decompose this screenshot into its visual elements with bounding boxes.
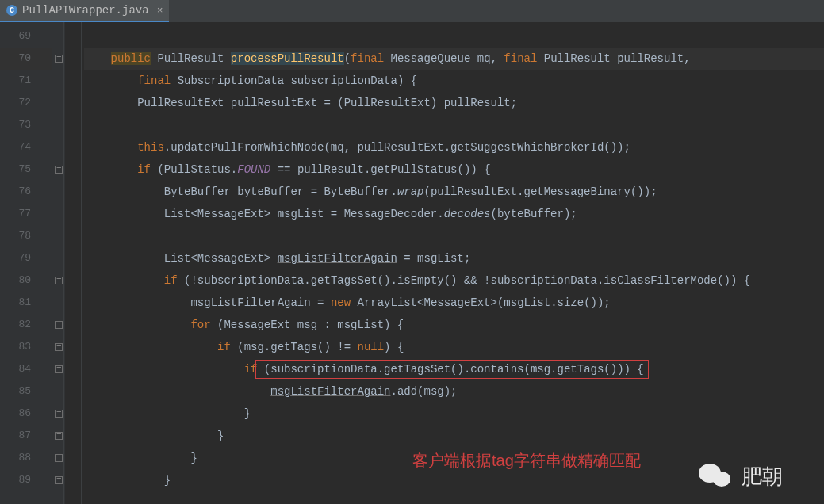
code-area[interactable]: public PullResult processPullResult(fina… (52, 22, 824, 504)
line-number: 75 (0, 158, 52, 181)
line-number: 86 (0, 403, 52, 425)
line-number: 89 (0, 469, 52, 491)
code-line[interactable] (84, 25, 824, 48)
line-number: 79 (0, 247, 52, 269)
line-number: 85 (0, 380, 52, 403)
line-number: 84 (0, 358, 52, 380)
line-number: 71 (0, 70, 52, 92)
code-line[interactable]: List<MessageExt> msgList = MessageDecode… (84, 203, 824, 225)
code-line[interactable]: if (PullStatus.FOUND == pullResult.getPu… (84, 158, 824, 181)
line-number: 81 (0, 292, 52, 314)
code-line[interactable]: msgListFilterAgain.add(msg); (84, 380, 824, 403)
code-line[interactable]: this.updatePullFromWhichNode(mq, pullRes… (84, 136, 824, 158)
line-number: 82 (0, 314, 52, 336)
code-line[interactable]: for (MessageExt msg : msgList) { (84, 314, 824, 336)
line-number: 73 (0, 114, 52, 136)
line-number: 69 (0, 25, 52, 48)
code-line[interactable]: } (84, 425, 824, 447)
code-line[interactable] (84, 225, 824, 247)
line-number: 87 (0, 425, 52, 447)
wechat-watermark: 肥朝 (697, 449, 824, 504)
gutter: 6970717273747576777879808182838485868788… (0, 22, 52, 504)
line-number: 80 (0, 269, 52, 292)
code-line[interactable]: ByteBuffer byteBuffer = ByteBuffer.wrap(… (84, 181, 824, 203)
code-line[interactable] (84, 114, 824, 136)
code-line[interactable]: PullResultExt pullResultExt = (PullResul… (84, 92, 824, 114)
line-number: 72 (0, 92, 52, 114)
code-line[interactable]: } (84, 403, 824, 425)
line-number: 83 (0, 336, 52, 358)
line-number: 78 (0, 225, 52, 247)
wechat-icon (697, 460, 735, 492)
line-number: 77 (0, 203, 52, 225)
line-number: 74 (0, 136, 52, 158)
close-icon[interactable]: × (157, 5, 163, 17)
code-line[interactable]: if (msg.getTags() != null) { (84, 336, 824, 358)
tab-bar: C PullAPIWrapper.java × (0, 0, 824, 22)
annotation-text: 客户端根据tag字符串做精确匹配 (412, 450, 641, 472)
code-line[interactable]: final SubscriptionData subscriptionData)… (84, 70, 824, 92)
line-number: 70 (0, 48, 52, 70)
editor[interactable]: 6970717273747576777879808182838485868788… (0, 22, 824, 504)
code-line[interactable]: msgListFilterAgain = new ArrayList<Messa… (84, 292, 824, 314)
tab-filename: PullAPIWrapper.java (22, 4, 149, 17)
line-number: 76 (0, 181, 52, 203)
watermark-text: 肥朝 (742, 463, 783, 491)
file-tab[interactable]: C PullAPIWrapper.java × (0, 0, 169, 22)
code-line[interactable]: if (!subscriptionData.getTagsSet().isEmp… (84, 269, 824, 292)
class-icon: C (6, 5, 17, 16)
code-line[interactable]: List<MessageExt> msgListFilterAgain = ms… (84, 247, 824, 269)
code-line[interactable]: if (subscriptionData.getTagsSet().contai… (84, 358, 824, 380)
code-line[interactable]: public PullResult processPullResult(fina… (84, 48, 824, 70)
line-number: 88 (0, 447, 52, 469)
